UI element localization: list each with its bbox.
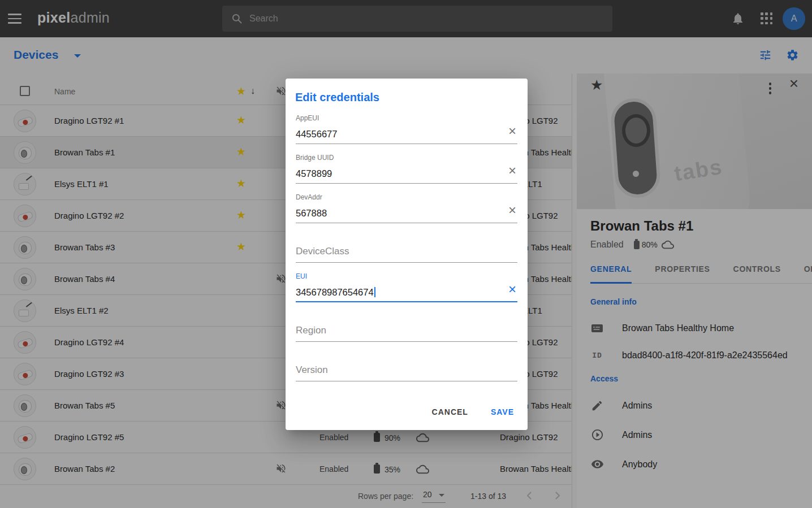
cancel-button[interactable]: CANCEL	[423, 402, 477, 422]
field-placeholder[interactable]: Version	[296, 364, 328, 376]
page: pixeladmin Search A Devices Name ★ ↓	[0, 0, 812, 508]
field-eui[interactable]: EUI 345678987654674 ×	[296, 268, 517, 307]
clear-icon[interactable]: ×	[508, 283, 516, 296]
field-value[interactable]: 567888	[296, 208, 327, 219]
field-placeholder[interactable]: DeviceClass	[296, 246, 349, 257]
field-bridge-uuid[interactable]: Bridge UUID 4578899 ×	[296, 149, 517, 189]
field-placeholder[interactable]: Region	[296, 325, 326, 336]
field-label: EUI	[296, 272, 307, 280]
field-version[interactable]: Version	[296, 347, 517, 387]
field-label: Bridge UUID	[296, 154, 334, 162]
field-region[interactable]: Region	[296, 307, 517, 347]
field-value[interactable]: 4578899	[296, 168, 332, 179]
clear-icon[interactable]: ×	[508, 124, 516, 138]
field-value[interactable]: 345678987654674	[296, 287, 375, 298]
save-button[interactable]: SAVE	[482, 402, 523, 422]
dialog-actions: CANCEL SAVE	[423, 402, 523, 422]
dialog-title: Edit credentials	[295, 91, 517, 104]
field-value[interactable]: 44556677	[296, 129, 337, 140]
field-label: AppEUI	[296, 114, 319, 122]
field-label: DevAddr	[296, 193, 322, 201]
field-appeui[interactable]: AppEUI 44556677 ×	[296, 110, 517, 149]
text-cursor	[374, 287, 375, 297]
dialog-fields: AppEUI 44556677 × Bridge UUID 4578899 × …	[296, 110, 517, 387]
edit-credentials-dialog: Edit credentials AppEUI 44556677 × Bridg…	[286, 79, 528, 430]
field-devaddr[interactable]: DevAddr 567888 ×	[296, 189, 517, 228]
clear-icon[interactable]: ×	[508, 203, 516, 217]
field-deviceclass[interactable]: DeviceClass	[296, 228, 517, 268]
clear-icon[interactable]: ×	[508, 164, 516, 177]
